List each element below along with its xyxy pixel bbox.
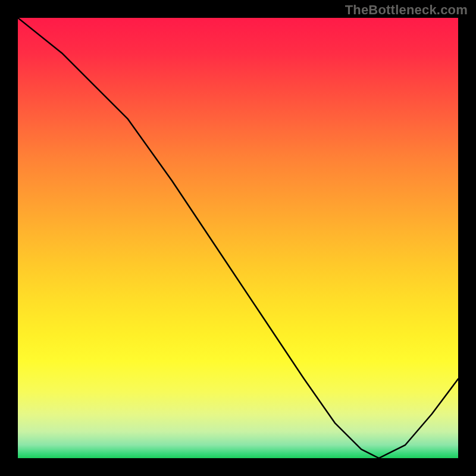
attribution-text: TheBottleneck.com [345,2,468,18]
chart-frame: TheBottleneck.com [0,0,476,476]
plot-area [18,18,458,458]
line-curve [18,18,458,458]
